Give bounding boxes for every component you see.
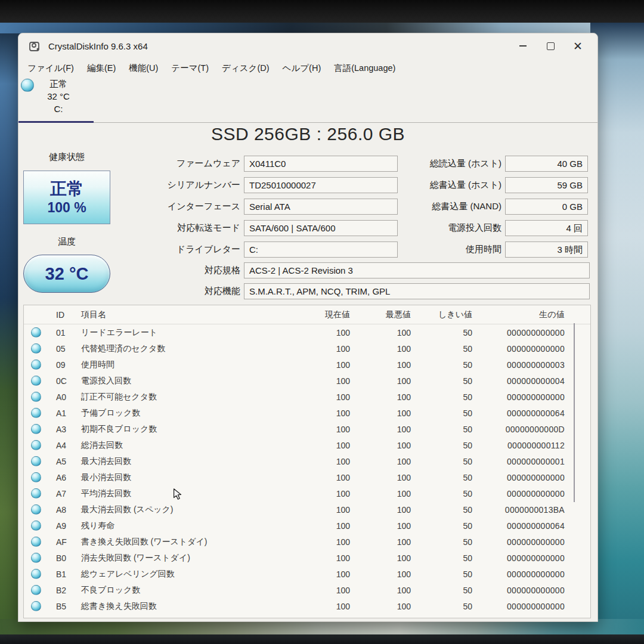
spec-field-value: 0 GB (505, 199, 588, 215)
table-scrollbar[interactable] (574, 323, 575, 502)
attribute-current: 100 (296, 376, 350, 386)
attribute-id: A0 (50, 392, 76, 402)
menu-item[interactable]: テーマ(T) (165, 63, 215, 74)
table-row[interactable]: B5 総書き換え失敗回数 100 100 50 000000000000 (24, 598, 590, 614)
attribute-id: B5 (50, 602, 76, 611)
menu-item[interactable]: ファイル(F) (21, 63, 80, 74)
attribute-current: 100 (296, 441, 350, 450)
attribute-name: 書き換え失敗回数 (ワーストダイ) (76, 537, 296, 547)
mouse-cursor (171, 488, 184, 501)
attribute-threshold: 50 (411, 553, 472, 563)
menu-item[interactable]: ディスク(D) (215, 63, 276, 74)
attribute-threshold: 50 (411, 457, 472, 466)
table-row[interactable]: A7 平均消去回数 100 100 50 000000000000 (24, 485, 590, 501)
spec-field-label: 対応機能 (54, 286, 244, 297)
maximize-button[interactable] (537, 36, 564, 55)
spec-row: ドライブレター C: (54, 242, 398, 258)
attribute-worst: 100 (350, 457, 411, 466)
spec-field-label: 対応転送モード (54, 222, 244, 234)
attribute-id: B2 (50, 586, 76, 595)
table-row[interactable]: A5 最大消去回数 100 100 50 000000000001 (24, 453, 590, 469)
attribute-current: 100 (296, 473, 350, 482)
attribute-health-icon (31, 488, 41, 499)
attribute-name: 不良ブロック数 (76, 585, 296, 596)
table-row[interactable]: A6 最小消去回数 100 100 50 000000000000 (24, 469, 590, 485)
minimize-button[interactable] (509, 36, 537, 55)
disk-tab-text: 正常 32 °C C: (35, 78, 82, 115)
attribute-threshold: 50 (411, 521, 472, 531)
spec-field-label: インターフェース (54, 201, 244, 212)
attribute-current: 100 (296, 489, 350, 499)
wallpaper-right-strip (590, 23, 644, 634)
spec-field-label: 総書込量 (NAND) (400, 201, 505, 212)
table-row[interactable]: A3 初期不良ブロック数 100 100 50 00000000000D (24, 421, 590, 437)
attribute-worst: 100 (350, 344, 411, 354)
header-id: ID (50, 310, 76, 320)
attribute-threshold: 50 (411, 408, 472, 418)
attribute-name: 平均消去回数 (76, 488, 296, 499)
attribute-health-icon (31, 569, 41, 579)
attribute-current: 100 (296, 328, 350, 338)
menu-item[interactable]: 編集(E) (80, 63, 122, 74)
header-name: 項目名 (76, 309, 296, 320)
attribute-name: 使用時間 (76, 360, 296, 370)
attribute-health-icon (31, 553, 41, 563)
wallpaper-top-strip (0, 23, 644, 33)
disk-temperature: 32 °C (35, 90, 82, 103)
table-row[interactable]: A8 最大消去回数 (スペック) 100 100 50 0000000013BA (24, 501, 590, 518)
table-row[interactable]: 05 代替処理済のセクタ数 100 100 50 000000000000 (24, 340, 590, 357)
close-button[interactable]: ✕ (564, 36, 592, 55)
attribute-health-icon (31, 327, 41, 338)
attribute-name: 総書き換え失敗回数 (76, 601, 296, 612)
spec-field-label: シリアルナンバー (54, 179, 244, 191)
attribute-threshold: 50 (411, 489, 472, 499)
table-row[interactable]: B2 不良ブロック数 100 100 50 000000000000 (24, 582, 590, 598)
attribute-id: B1 (50, 569, 76, 579)
attribute-id: 09 (50, 360, 76, 370)
table-row[interactable]: A0 訂正不可能セクタ数 100 100 50 000000000000 (24, 389, 590, 405)
attribute-id: A4 (50, 441, 76, 450)
attribute-threshold: 50 (411, 328, 472, 338)
menu-item[interactable]: 機能(U) (122, 63, 165, 74)
table-row[interactable]: A1 予備ブロック数 100 100 50 000000000064 (24, 405, 590, 421)
attribute-name: 代替処理済のセクタ数 (76, 343, 296, 354)
attribute-raw: 000000000000 (472, 586, 565, 595)
attribute-raw: 000000000000 (472, 328, 565, 338)
spec-field-value: ACS-2 | ACS-2 Revision 3 (244, 262, 590, 278)
table-row[interactable]: A9 残り寿命 100 100 50 000000000064 (24, 518, 590, 534)
window-title: CrystalDiskInfo 9.6.3 x64 (48, 41, 148, 51)
spec-field-value: 3 時間 (505, 242, 588, 258)
table-row[interactable]: A4 総消去回数 100 100 50 000000000112 (24, 437, 590, 453)
monitor-bezel-top (0, 0, 644, 23)
attribute-worst: 100 (350, 569, 411, 579)
attribute-threshold: 50 (411, 441, 472, 450)
attribute-id: A8 (50, 505, 76, 515)
spec-row: 総書込量 (ホスト) 59 GB (400, 177, 588, 193)
table-row[interactable]: 0C 電源投入回数 100 100 50 000000000004 (24, 373, 590, 389)
table-row[interactable]: 09 使用時間 100 100 50 000000000003 (24, 357, 590, 373)
attribute-raw: 0000000013BA (472, 505, 565, 515)
attribute-health-icon (31, 456, 41, 466)
attribute-current: 100 (296, 360, 350, 370)
menu-item[interactable]: 言語(Language) (327, 63, 402, 74)
table-row[interactable]: B1 総ウェアレベリング回数 100 100 50 000000000000 (24, 566, 590, 582)
spec-row: シリアルナンバー TD25010000027 (54, 177, 398, 193)
attribute-worst: 100 (350, 392, 411, 402)
menu-item[interactable]: ヘルプ(H) (276, 63, 328, 74)
attribute-raw: 000000000064 (472, 521, 565, 531)
attribute-id: A5 (50, 457, 76, 466)
attribute-current: 100 (296, 457, 350, 466)
spec-row: ファームウェア X0411C0 (54, 156, 398, 172)
spec-field-value: C: (244, 242, 398, 258)
attribute-id: A3 (50, 425, 76, 434)
table-row[interactable]: B0 消去失敗回数 (ワーストダイ) 100 100 50 0000000000… (24, 550, 590, 566)
attribute-health-icon (31, 424, 41, 434)
spec-row: 使用時間 3 時間 (400, 242, 588, 258)
table-row[interactable]: AF 書き換え失敗回数 (ワーストダイ) 100 100 50 00000000… (24, 534, 590, 550)
table-row[interactable]: 01 リードエラーレート 100 100 50 000000000000 (24, 324, 590, 340)
attribute-name: 最大消去回数 (スペック) (76, 504, 296, 515)
attribute-worst: 100 (350, 489, 411, 499)
attribute-health-icon (31, 376, 41, 386)
attribute-id: A9 (50, 521, 76, 531)
table-body: 01 リードエラーレート 100 100 50 000000000000 05 … (24, 324, 590, 614)
